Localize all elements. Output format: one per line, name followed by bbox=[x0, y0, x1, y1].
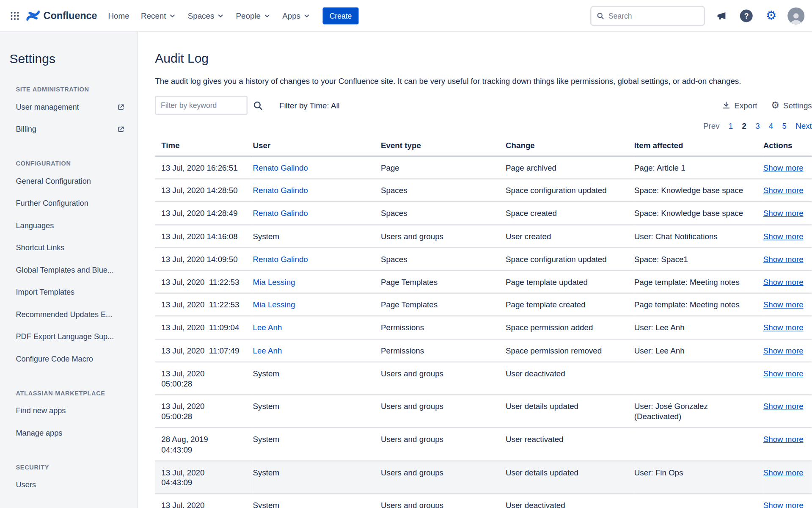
pagination-prev[interactable]: Prev bbox=[703, 121, 720, 130]
nav-home[interactable]: Home bbox=[102, 7, 135, 25]
primary-nav: HomeRecentSpacesPeopleApps bbox=[102, 7, 317, 25]
filter-time-value: All bbox=[331, 101, 340, 110]
sidebar-item-pdf-export-language-sup[interactable]: PDF Export Language Sup... bbox=[8, 326, 129, 348]
show-more-link[interactable]: Show more bbox=[763, 468, 804, 477]
cell-actions: Show more bbox=[763, 316, 812, 339]
audit-row: 13 Jul, 2020 16:26:51Renato GalindoPageP… bbox=[155, 156, 812, 179]
cell-event-type: Page Templates bbox=[381, 293, 506, 316]
confluence-logo[interactable]: Confluence bbox=[27, 9, 97, 22]
export-button[interactable]: Export bbox=[722, 101, 757, 110]
audit-row: 28 Aug, 2019 04:43:09SystemUsers and gro… bbox=[155, 428, 812, 461]
cell-item-affected: Space: Knowledge base space bbox=[634, 202, 763, 225]
audit-toolbar: Filter by Time: All Export bbox=[155, 96, 812, 115]
user-link[interactable]: Mia Lessing bbox=[253, 300, 295, 309]
export-icon bbox=[722, 101, 731, 110]
cell-change: Page template created bbox=[506, 293, 634, 316]
cell-change: Space configuration updated bbox=[506, 179, 634, 202]
show-more-link[interactable]: Show more bbox=[763, 186, 804, 195]
sidebar-item-label: Shortcut Links bbox=[16, 243, 65, 252]
pagination-page-3[interactable]: 3 bbox=[755, 121, 760, 130]
show-more-link[interactable]: Show more bbox=[763, 402, 804, 411]
sidebar-item-users[interactable]: Users bbox=[8, 474, 129, 496]
cell-time: 13 Jul, 2020 14:28:50 bbox=[155, 179, 253, 202]
sidebar-item-billing[interactable]: Billing bbox=[8, 118, 129, 141]
avatar bbox=[787, 7, 804, 24]
pagination-page-2[interactable]: 2 bbox=[742, 121, 746, 130]
cell-time: 13 Jul, 2020 05:00:28 bbox=[155, 362, 253, 395]
megaphone-icon bbox=[716, 10, 727, 21]
cell-actions: Show more bbox=[763, 293, 812, 316]
user-link[interactable]: Renato Galindo bbox=[253, 186, 308, 195]
show-more-link[interactable]: Show more bbox=[763, 369, 804, 378]
sidebar-item-label: Import Templates bbox=[16, 288, 75, 296]
user-link[interactable]: Lee Anh bbox=[253, 346, 282, 355]
cell-user: System bbox=[253, 461, 381, 494]
help-button[interactable]: ? bbox=[738, 7, 755, 24]
cell-time: 13 Jul, 2020 14:09:50 bbox=[155, 248, 253, 271]
cell-time: 13 Jul, 2020 11:07:49 bbox=[155, 339, 253, 362]
sidebar-item-find-new-apps[interactable]: Find new apps bbox=[8, 400, 129, 422]
filter-time-label: Filter by Time: bbox=[279, 101, 329, 110]
show-more-link[interactable]: Show more bbox=[763, 435, 804, 444]
chevron-down-icon bbox=[263, 12, 271, 19]
show-more-link[interactable]: Show more bbox=[763, 254, 804, 263]
show-more-link[interactable]: Show more bbox=[763, 501, 804, 508]
cell-actions: Show more bbox=[763, 225, 812, 248]
sidebar-item-manage-apps[interactable]: Manage apps bbox=[8, 422, 129, 444]
user-link[interactable]: Lee Anh bbox=[253, 323, 282, 332]
cell-actions: Show more bbox=[763, 339, 812, 362]
audit-settings-button[interactable]: ⚙ Settings bbox=[771, 101, 812, 110]
audit-row: 13 Jul, 2020 11:09:04Lee AnhPermissionsS… bbox=[155, 316, 812, 339]
help-icon: ? bbox=[740, 9, 753, 22]
global-search-input[interactable] bbox=[608, 11, 699, 20]
user-link[interactable]: Renato Galindo bbox=[253, 163, 308, 172]
cell-change: User reactivated bbox=[506, 428, 634, 461]
settings-sidebar: Settings SITE ADMINISTRATIONUser managem… bbox=[0, 32, 138, 508]
show-more-link[interactable]: Show more bbox=[763, 300, 804, 309]
cell-actions: Show more bbox=[763, 395, 812, 428]
audit-row: 13 Jul, 2020SystemUsers and groupsUser d… bbox=[155, 494, 812, 508]
sidebar-item-configure-code-macro[interactable]: Configure Code Macro bbox=[8, 348, 129, 370]
pagination-page-1[interactable]: 1 bbox=[729, 121, 733, 130]
audit-row: 13 Jul, 2020 14:28:50Renato GalindoSpace… bbox=[155, 179, 812, 202]
show-more-link[interactable]: Show more bbox=[763, 209, 804, 218]
nav-spaces[interactable]: Spaces bbox=[182, 7, 230, 25]
show-more-link[interactable]: Show more bbox=[763, 163, 804, 172]
search-icon bbox=[253, 100, 263, 110]
user-link[interactable]: Renato Galindo bbox=[253, 209, 308, 218]
sidebar-item-shortcut-links[interactable]: Shortcut Links bbox=[8, 237, 129, 259]
pagination-page-5[interactable]: 5 bbox=[782, 121, 787, 130]
site-settings-button[interactable]: ⚙ bbox=[763, 7, 780, 24]
cell-event-type: Spaces bbox=[381, 248, 506, 271]
sidebar-item-languages[interactable]: Languages bbox=[8, 214, 129, 237]
app-switcher-button[interactable] bbox=[6, 7, 23, 24]
show-more-link[interactable]: Show more bbox=[763, 323, 804, 332]
sidebar-item-global-templates-and-blue[interactable]: Global Templates and Blue... bbox=[8, 259, 129, 281]
filter-time-dropdown[interactable]: Filter by Time: All bbox=[279, 101, 340, 110]
create-button[interactable]: Create bbox=[322, 7, 358, 24]
nav-label: Spaces bbox=[188, 11, 215, 20]
user-link[interactable]: Mia Lessing bbox=[253, 277, 295, 286]
user-link[interactable]: Renato Galindo bbox=[253, 254, 308, 263]
cell-change: Space permission added bbox=[506, 316, 634, 339]
sidebar-item-user-management[interactable]: User management bbox=[8, 96, 129, 118]
filter-keyword-input[interactable] bbox=[155, 96, 248, 115]
pagination-next[interactable]: Next bbox=[795, 121, 812, 130]
sidebar-item-recommended-updates-e[interactable]: Recommended Updates E... bbox=[8, 303, 129, 326]
nav-recent[interactable]: Recent bbox=[135, 7, 182, 25]
nav-people[interactable]: People bbox=[230, 7, 277, 25]
profile-button[interactable] bbox=[787, 7, 804, 24]
gear-icon: ⚙ bbox=[766, 10, 777, 22]
nav-apps[interactable]: Apps bbox=[276, 7, 316, 25]
pagination-page-4[interactable]: 4 bbox=[769, 121, 773, 130]
column-header-time: Time bbox=[155, 137, 253, 156]
sidebar-item-general-configuration[interactable]: General Configuration bbox=[8, 170, 129, 192]
cell-item-affected: Page: Article 1 bbox=[634, 156, 763, 179]
sidebar-item-further-configuration[interactable]: Further Configuration bbox=[8, 192, 129, 215]
sidebar-item-import-templates[interactable]: Import Templates bbox=[8, 281, 129, 304]
show-more-link[interactable]: Show more bbox=[763, 277, 804, 286]
announcements-button[interactable] bbox=[713, 7, 730, 24]
show-more-link[interactable]: Show more bbox=[763, 232, 804, 240]
show-more-link[interactable]: Show more bbox=[763, 346, 804, 355]
filter-search-button[interactable] bbox=[253, 100, 263, 110]
